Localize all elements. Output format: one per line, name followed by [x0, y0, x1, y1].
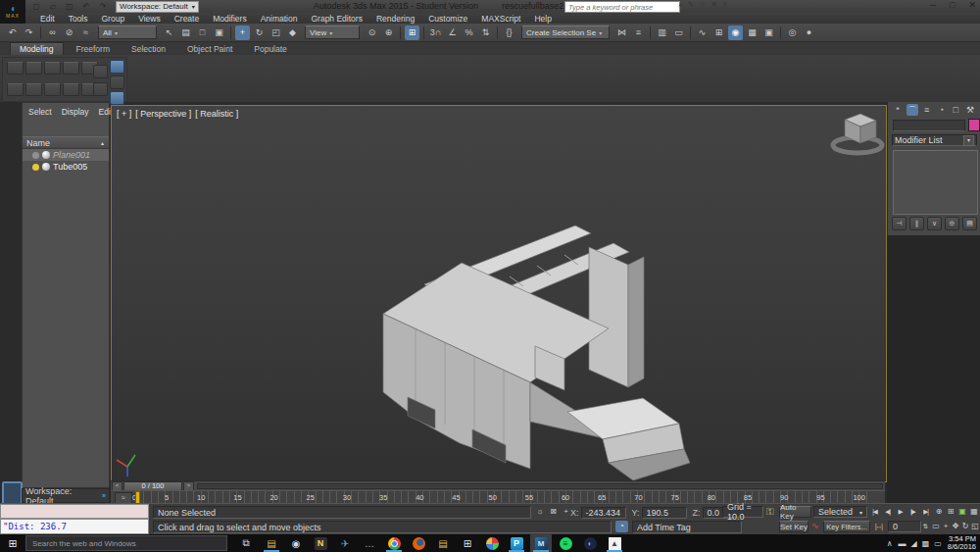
- zoom-icon[interactable]: ⊕: [933, 506, 945, 518]
- taskbar-app[interactable]: P: [506, 534, 527, 552]
- task-view-icon[interactable]: ⧉: [235, 534, 257, 552]
- ribbon-tab-selection[interactable]: Selection: [122, 43, 174, 55]
- current-frame-field[interactable]: 0: [888, 521, 921, 532]
- help-search-input[interactable]: Type a keyword or phrase: [564, 1, 680, 13]
- select-and-place-icon[interactable]: ◆: [285, 25, 300, 40]
- menu-item[interactable]: Graph Editors: [304, 14, 368, 24]
- maximize-viewport-toggle-icon[interactable]: ◱: [970, 521, 980, 532]
- taskbar-app[interactable]: ▤: [261, 534, 282, 552]
- save-file-icon[interactable]: ◫: [64, 2, 75, 12]
- new-scene-icon[interactable]: ◻: [30, 2, 42, 12]
- rendered-frame-window-icon[interactable]: ▣: [761, 25, 776, 40]
- time-tag-icon[interactable]: ◔: [615, 521, 628, 532]
- visibility-bulb-icon[interactable]: [32, 164, 39, 171]
- soft-selection-bulb-icon[interactable]: ☼: [534, 506, 547, 518]
- menu-item[interactable]: Tools: [62, 14, 95, 24]
- next-frame-button[interactable]: |▶: [906, 506, 919, 518]
- menu-item[interactable]: MAXScript: [474, 14, 527, 24]
- maxscript-mini-listener[interactable]: "Dist: 236.7: [0, 519, 149, 534]
- snaps-toggle-icon[interactable]: 3∩: [428, 25, 443, 40]
- mirror-icon[interactable]: ⋈: [614, 25, 629, 40]
- workspace-dropdown[interactable]: Workspace: Default ▾: [116, 1, 199, 13]
- close-button[interactable]: ✕: [968, 0, 976, 10]
- percent-snap-icon[interactable]: %: [462, 25, 476, 40]
- field-of-view-icon[interactable]: ▭: [931, 521, 941, 532]
- taskbar-app[interactable]: ▲: [604, 534, 625, 552]
- set-key-button[interactable]: Set Key: [779, 521, 808, 532]
- taskbar-app[interactable]: ✈: [334, 534, 356, 552]
- ribbon-tab-modeling[interactable]: Modeling: [10, 42, 64, 55]
- pm-tool-button-2[interactable]: [25, 83, 42, 96]
- edit-named-selection-sets-icon[interactable]: {}: [502, 25, 516, 40]
- pm-tool-button-3[interactable]: [44, 83, 61, 96]
- taskbar-app[interactable]: ◐: [579, 534, 601, 552]
- motion-tab[interactable]: ◔: [935, 104, 947, 116]
- taskbar-app[interactable]: …: [359, 534, 380, 552]
- make-unique-button[interactable]: ∨: [927, 217, 942, 230]
- taskbar-app[interactable]: ◉: [285, 534, 307, 552]
- name-column-header[interactable]: Name ▲: [23, 136, 109, 149]
- selection-filter-dropdown[interactable]: All▾: [98, 25, 157, 39]
- set-key-curve-icon[interactable]: ∿: [811, 521, 819, 530]
- macro-recorder-field[interactable]: [0, 504, 149, 519]
- ribbon-tab-populate[interactable]: Populate: [245, 43, 296, 55]
- key-icon[interactable]: ⚿: [766, 506, 774, 518]
- object-name-field[interactable]: [893, 120, 965, 131]
- window-crossing-icon[interactable]: ▣: [212, 25, 226, 40]
- add-time-tag-field[interactable]: Add Time Tag: [632, 521, 742, 533]
- visibility-bulb-icon[interactable]: [32, 152, 39, 159]
- viewport-shading-menu[interactable]: [ Realistic ]: [195, 109, 238, 119]
- x-coordinate-field[interactable]: -243.434: [581, 507, 626, 519]
- use-pivot-point-center-icon[interactable]: ⊙: [365, 25, 379, 40]
- auto-key-button[interactable]: Auto Key: [779, 506, 811, 518]
- pm-toggle-bottom-button[interactable]: [110, 91, 124, 105]
- ribbon-tab-object-paint[interactable]: Object Paint: [178, 43, 241, 55]
- display-tab[interactable]: □: [950, 104, 961, 116]
- curve-editor-icon[interactable]: ∿: [695, 25, 710, 40]
- configure-modifier-sets-button[interactable]: ▤: [962, 217, 977, 230]
- vertex-subobject-button[interactable]: [7, 62, 24, 75]
- redo-icon[interactable]: ↷: [22, 25, 36, 40]
- bind-to-space-warp-icon[interactable]: ≈: [78, 25, 93, 40]
- pm-mini-button-2[interactable]: [93, 82, 108, 96]
- play-animation-button[interactable]: ▶: [894, 506, 906, 518]
- viewport-plus-menu[interactable]: [ + ]: [117, 109, 131, 119]
- open-file-icon[interactable]: ▱: [47, 2, 59, 12]
- time-slider-track[interactable]: [197, 483, 883, 489]
- pm-tool-button-1[interactable]: [7, 83, 24, 96]
- expand-icon[interactable]: »: [102, 492, 106, 499]
- modifier-list-dropdown[interactable]: Modifier List ▾: [892, 134, 977, 146]
- taskbar-app[interactable]: ▤: [432, 534, 454, 552]
- pm-toggle-mid-button[interactable]: [110, 75, 124, 89]
- selected-set-dropdown[interactable]: Selected ▾: [813, 506, 867, 518]
- key-mode-toggle-icon[interactable]: |↔|: [872, 521, 885, 532]
- perspective-viewport[interactable]: [ + ] [ Perspective ] [ Realistic ]: [111, 105, 887, 482]
- menu-item[interactable]: Group: [95, 14, 132, 24]
- modifier-stack[interactable]: [893, 150, 978, 215]
- align-icon[interactable]: ≡: [631, 25, 646, 40]
- search-icon[interactable]: ⌕: [678, 0, 682, 10]
- help-icon[interactable]: ?: [722, 0, 726, 10]
- taskbar-clock[interactable]: 3:54 PM 8/6/2016: [948, 535, 976, 551]
- hierarchy-tab[interactable]: ≡: [921, 104, 933, 116]
- select-and-move-icon[interactable]: +: [235, 25, 250, 40]
- viewport-pov-menu[interactable]: [ Perspective ]: [135, 109, 191, 119]
- menu-item[interactable]: Customize: [421, 14, 474, 24]
- edge-subobject-button[interactable]: [25, 62, 42, 75]
- pan-hand-icon[interactable]: ✥: [951, 521, 960, 532]
- select-and-link-icon[interactable]: ∞: [45, 25, 60, 40]
- pm-mini-button-1[interactable]: [93, 65, 108, 78]
- taskbar-app[interactable]: M: [530, 534, 552, 552]
- gpu-tray-icon[interactable]: ▩: [922, 539, 930, 548]
- taskbar-search-input[interactable]: Search the web and Windows: [25, 535, 227, 551]
- pan-view-icon[interactable]: +: [941, 521, 951, 532]
- maximize-button[interactable]: □: [950, 0, 955, 10]
- spinner-snap-icon[interactable]: ⇅: [478, 25, 493, 40]
- render-setup-icon[interactable]: ▦: [745, 25, 760, 40]
- network-tray-icon[interactable]: ◢: [911, 539, 917, 548]
- pm-tool-button-4[interactable]: [63, 83, 79, 96]
- fire-truck-model[interactable]: [112, 106, 886, 480]
- taskbar-app[interactable]: ⊞: [457, 534, 478, 552]
- pm-toggle-top-button[interactable]: [110, 60, 124, 74]
- notification-tray-icon[interactable]: ▭: [934, 539, 942, 548]
